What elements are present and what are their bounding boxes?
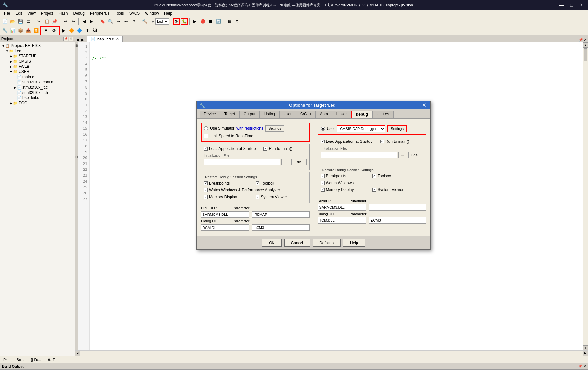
sysview-row-r: System Viewer xyxy=(372,187,423,192)
dialog-tab-asm[interactable]: Asm xyxy=(316,111,332,118)
bp-row-r: Breakpoints xyxy=(321,174,371,178)
load-app-checkbox[interactable] xyxy=(204,147,208,151)
dialog-tab-utilities[interactable]: Utilities xyxy=(372,111,394,118)
toolbox-checkbox[interactable] xyxy=(256,181,259,185)
sysview-label: System Viewer xyxy=(261,195,287,199)
sysview-checkbox[interactable] xyxy=(256,195,259,199)
dll-section-left: CPU DLL: Parameter: Dialog DLL: Paramete… xyxy=(201,206,310,231)
dialog-tab-linker[interactable]: Linker xyxy=(332,111,351,118)
watch-checkbox[interactable] xyxy=(204,188,208,192)
toolbox-checkbox-r[interactable] xyxy=(372,174,376,178)
run-to-main-checkbox-r[interactable] xyxy=(380,140,384,143)
init-file-section: Initialization File: ... Edit... xyxy=(204,154,307,165)
init-file-section-right: Initialization File: ... Edit... xyxy=(321,146,424,158)
init-file-input[interactable] xyxy=(204,159,280,165)
simulator-section: Use Simulator with restrictions Settings… xyxy=(201,123,310,142)
init-file-browse-btn[interactable]: ... xyxy=(281,159,290,165)
dialog-param-input-r[interactable] xyxy=(369,217,427,224)
watch-row: Watch Windows & Performance Analyzer xyxy=(204,188,307,192)
sysview-row: System Viewer xyxy=(256,195,306,199)
defaults-button[interactable]: Defaults xyxy=(313,239,341,247)
restore-section-left: Restore Debug Session Settings Breakpoin… xyxy=(201,172,310,203)
mem-checkbox-r[interactable] xyxy=(321,188,325,192)
load-app-checkbox-r[interactable] xyxy=(321,140,325,143)
mem-label-r: Memory Display xyxy=(326,187,354,192)
run-to-main-label-r: Run to main() xyxy=(385,139,409,144)
load-app-row-right: Load Application at Startup Run to main(… xyxy=(321,139,424,144)
help-button[interactable]: Help xyxy=(343,239,365,247)
dialog-tab-cpp[interactable]: C/C++ xyxy=(296,111,316,118)
spacer-row-r xyxy=(372,181,423,185)
watch-label: Watch Windows & Performance Analyzer xyxy=(209,188,280,192)
driver-dll-row: Driver DLL: Parameter: xyxy=(318,199,427,203)
init-file-row-r: ... Edit... xyxy=(321,152,424,158)
restore-title-left: Restore Debug Session Settings xyxy=(204,175,307,179)
dialog-dll-row: Dialog DLL: Parameter: xyxy=(201,219,310,223)
debugger-select[interactable]: CMSIS-DAP Debugger xyxy=(337,125,385,132)
dialog-footer: OK Cancel Defaults Help xyxy=(197,236,430,249)
cpu-dll-input[interactable] xyxy=(201,211,249,218)
dialog-tab-target[interactable]: Target xyxy=(220,111,239,118)
with-restrictions-link[interactable]: with restrictions xyxy=(236,126,263,131)
dialog-param-label-l: Parameter: xyxy=(233,219,256,223)
cpu-dll-row: CPU DLL: Parameter: xyxy=(201,206,310,210)
dialog-tab-output[interactable]: Output xyxy=(239,111,259,118)
limit-speed-label: Limit Speed to Real-Time xyxy=(209,134,253,138)
use-label: Use: xyxy=(327,126,335,131)
dialog-tab-user[interactable]: User xyxy=(279,111,296,118)
cpu-param-input[interactable] xyxy=(252,211,310,218)
dialog-title-bar: 🔧 Options for Target 'Led' ✕ xyxy=(197,101,430,109)
dialog-dll-input[interactable] xyxy=(201,224,249,231)
options-dialog: 🔧 Options for Target 'Led' ✕ Device Targ… xyxy=(196,101,431,250)
dialog-tabs: Device Target Output Listing User C/C++ … xyxy=(197,109,430,119)
sysview-label-r: System Viewer xyxy=(378,187,404,192)
dialog-tab-listing[interactable]: Listing xyxy=(259,111,279,118)
init-file-row: ... Edit... xyxy=(204,159,307,165)
mem-checkbox[interactable] xyxy=(204,195,208,199)
simulator-radio[interactable] xyxy=(204,126,208,130)
sysview-checkbox-r[interactable] xyxy=(372,188,376,192)
dialog-param-label-r: Parameter: xyxy=(350,212,372,216)
use-row: Use: CMSIS-DAP Debugger Settings xyxy=(321,125,423,132)
driver-dll-input[interactable] xyxy=(318,204,366,211)
bp-row: Breakpoints xyxy=(204,181,255,185)
init-browse-btn-r[interactable]: ... xyxy=(398,152,407,158)
init-file-input-r[interactable] xyxy=(321,152,397,158)
limit-speed-row: Limit Speed to Real-Time xyxy=(204,134,306,138)
load-app-label-r: Load Application at Startup xyxy=(326,139,372,144)
ok-button[interactable]: OK xyxy=(262,239,281,247)
init-file-edit-btn[interactable]: Edit... xyxy=(291,159,306,165)
cpu-dll-label: CPU DLL: xyxy=(201,206,230,210)
watch-checkbox-r[interactable] xyxy=(321,181,325,185)
bp-checkbox[interactable] xyxy=(204,181,208,185)
driver-param-input[interactable] xyxy=(369,204,427,211)
dll-section-right: Driver DLL: Parameter: Dialog DLL: Param… xyxy=(318,199,427,224)
dialog-tab-debug[interactable]: Debug xyxy=(351,111,372,118)
use-settings-btn[interactable]: Settings xyxy=(387,125,407,132)
dialog-dll-input-r[interactable] xyxy=(318,217,366,224)
dialog-dll-input-row xyxy=(201,224,310,231)
bp-label: Breakpoints xyxy=(209,181,230,185)
use-radio[interactable] xyxy=(321,127,325,131)
simulator-radio-row: Use Simulator with restrictions Settings xyxy=(204,125,306,132)
mem-row: Memory Display xyxy=(204,195,255,199)
cpu-param-label: Parameter: xyxy=(233,206,256,210)
run-to-main-checkbox[interactable] xyxy=(263,147,267,151)
dialog-tab-device[interactable]: Device xyxy=(200,111,220,118)
debug-left-col: Use Simulator with restrictions Settings… xyxy=(201,123,310,232)
init-edit-btn-r[interactable]: Edit... xyxy=(408,152,423,158)
mem-label: Memory Display xyxy=(209,195,237,199)
bp-checkbox-r[interactable] xyxy=(321,174,325,178)
limit-speed-checkbox[interactable] xyxy=(204,134,208,138)
dialog-param-input[interactable] xyxy=(252,224,310,231)
watch-row-r: Watch Windows xyxy=(321,181,371,185)
driver-param-label: Parameter: xyxy=(350,199,372,203)
cancel-button[interactable]: Cancel xyxy=(284,239,310,247)
dialog-dll-label-r: Dialog DLL: xyxy=(318,212,347,216)
use-section: Use: CMSIS-DAP Debugger Settings xyxy=(318,123,427,135)
init-file-label-r: Initialization File: xyxy=(321,146,424,150)
init-file-label: Initialization File: xyxy=(204,154,307,157)
load-app-row: Load Application at Startup Run to main(… xyxy=(204,146,307,151)
simulator-settings-btn[interactable]: Settings xyxy=(265,125,284,132)
dialog-close-button[interactable]: ✕ xyxy=(421,102,427,108)
